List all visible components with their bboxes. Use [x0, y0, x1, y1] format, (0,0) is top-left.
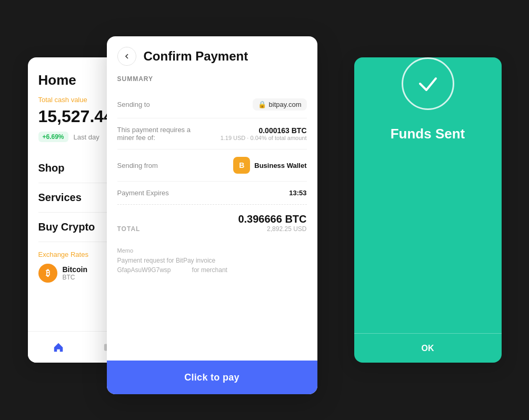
payment-expires-value: 13:53 — [289, 189, 306, 197]
home-nav-icon[interactable] — [51, 340, 66, 355]
summary-label: SUMMARY — [117, 75, 307, 83]
total-label: TOTAL — [117, 225, 141, 233]
bitcoin-ticker: BTC — [63, 274, 87, 281]
sending-from-label: Sending from — [117, 162, 158, 169]
lock-icon: 🔒 — [258, 101, 266, 108]
miner-fee-btc: 0.000163 BTC — [221, 126, 307, 135]
miner-fee-label: This payment requires aminer fee of: — [117, 126, 191, 142]
wallet-icon-badge: B — [233, 157, 250, 174]
total-row: TOTAL 0.396666 BTC 2,892.25 USD — [117, 205, 307, 241]
total-btc-value: 0.396666 BTC — [238, 213, 306, 225]
sending-from-row: Sending from B Business Wallet — [117, 149, 307, 182]
payment-expires-label: Payment Expires — [117, 189, 169, 197]
back-button[interactable] — [117, 47, 136, 66]
bitcoin-name: Bitcoin — [63, 265, 87, 274]
ok-button[interactable]: OK — [354, 333, 502, 363]
business-wallet-label: Business Wallet — [254, 162, 306, 169]
bitcoin-icon: ₿ — [38, 264, 57, 283]
sending-to-label: Sending to — [117, 101, 150, 108]
sending-to-row: Sending to 🔒 bitpay.com — [117, 91, 307, 118]
bitpay-badge: 🔒 bitpay.com — [253, 98, 307, 111]
total-usd-value: 2,892.25 USD — [238, 225, 306, 233]
confirm-payment-card: Confirm Payment SUMMARY Sending to 🔒 bit… — [107, 36, 317, 394]
growth-badge: +6.69% — [38, 132, 68, 142]
miner-fee-usd: 1.19 USD · 0.04% of total amount — [221, 135, 307, 141]
miner-fee-row: This payment requires aminer fee of: 0.0… — [117, 118, 307, 149]
payment-expires-row: Payment Expires 13:53 — [117, 182, 307, 205]
last-day-label: Last day — [74, 133, 99, 141]
memo-label: Memo — [117, 247, 307, 254]
confirm-title: Confirm Payment — [144, 49, 248, 64]
funds-sent-title: Funds Sent — [391, 126, 465, 142]
success-check-circle — [402, 57, 454, 110]
funds-sent-card: Funds Sent OK — [354, 57, 502, 363]
memo-section: Memo Payment request for BitPay invoiceG… — [117, 241, 307, 281]
click-to-pay-button[interactable]: Click to pay — [107, 361, 317, 394]
memo-text: Payment request for BitPay invoiceGfapAs… — [117, 256, 307, 275]
bitpay-domain: bitpay.com — [269, 101, 302, 108]
